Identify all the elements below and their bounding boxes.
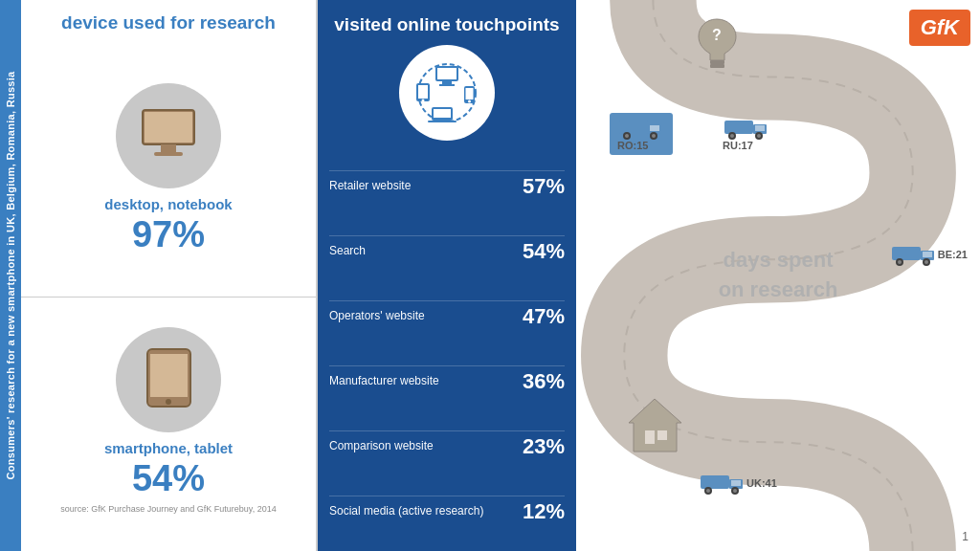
- left-panel-title: device used for research: [21, 0, 316, 43]
- svg-point-37: [757, 134, 761, 138]
- svg-point-6: [166, 399, 171, 405]
- svg-rect-16: [466, 88, 474, 99]
- truck-uk-icon: [699, 472, 746, 495]
- svg-rect-13: [418, 85, 428, 99]
- home-area: [624, 394, 686, 460]
- svg-rect-24: [619, 121, 648, 134]
- tablet-icon: [138, 344, 200, 416]
- svg-point-52: [706, 489, 710, 493]
- touchpoint-pct-operators: 47%: [507, 304, 565, 329]
- connected-devices-icon: [409, 55, 485, 131]
- svg-rect-48: [701, 475, 729, 489]
- tablet-device-section: smartphone, tablet 54% source: GfK Purch…: [21, 298, 316, 551]
- svg-rect-26: [650, 125, 659, 131]
- touchpoint-label-comparison: Comparison website: [329, 439, 507, 454]
- svg-text:?: ?: [712, 27, 722, 43]
- touchpoint-pct-manufacturer: 36%: [507, 369, 565, 394]
- touchpoint-pct-search: 54%: [507, 239, 565, 264]
- touchpoint-pct-comparison: 23%: [507, 434, 565, 459]
- svg-rect-40: [923, 252, 932, 257]
- svg-rect-1: [145, 112, 192, 143]
- touchpoint-pct-retailer: 57%: [507, 174, 565, 199]
- page-number: 1: [962, 530, 969, 543]
- lightbulb-icon: ?: [691, 14, 744, 77]
- tablet-pct: 54%: [132, 458, 205, 499]
- svg-rect-19: [434, 109, 451, 118]
- touchpoint-row-operators: Operators' website 47%: [329, 300, 565, 332]
- middle-panel-title: visited online touchpoints: [318, 0, 576, 45]
- source-text: source: GfK Purchase Journey and GfK Fut…: [53, 499, 283, 521]
- touchpoint-row-search: Search 54%: [329, 235, 565, 267]
- truck-be-icon: [890, 243, 938, 266]
- country-badge-ro: RO:15: [610, 113, 673, 155]
- right-panel: ? days spent on research RO:15: [576, 0, 980, 551]
- svg-rect-47: [657, 430, 667, 440]
- svg-point-35: [730, 134, 734, 138]
- svg-rect-31: [724, 121, 753, 134]
- desktop-circle: [116, 83, 221, 188]
- days-spent-text: days spent on research: [719, 246, 838, 305]
- truck-ru-icon: [723, 117, 770, 140]
- vertical-label: Consumers' research for a new smartphone…: [0, 0, 21, 551]
- touchpoints-list: Retailer website 57% Search 54% Operator…: [318, 150, 576, 551]
- touchpoints-circle: [399, 45, 495, 141]
- svg-rect-9: [437, 68, 457, 79]
- tablet-circle: [116, 327, 221, 432]
- svg-point-54: [733, 489, 737, 493]
- desktop-pct: 97%: [132, 214, 205, 255]
- svg-point-30: [652, 134, 656, 138]
- svg-rect-46: [645, 430, 655, 444]
- touchpoint-label-social: Social media (active research): [329, 504, 507, 519]
- svg-rect-21: [710, 60, 724, 64]
- svg-point-42: [898, 260, 902, 264]
- svg-rect-50: [731, 480, 741, 486]
- touchpoint-label-retailer: Retailer website: [329, 179, 507, 194]
- gfk-logo: GfK: [909, 10, 970, 46]
- desktop-icon: [135, 105, 202, 167]
- touchpoint-label-search: Search: [329, 244, 507, 259]
- svg-rect-22: [710, 64, 724, 68]
- left-panel: device used for research desktop, notebo…: [21, 0, 318, 551]
- lightbulb-area: ?: [691, 14, 744, 80]
- svg-rect-33: [755, 125, 765, 131]
- desktop-device-section: desktop, notebook 97%: [21, 43, 316, 298]
- touchpoints-icon-area: [318, 45, 576, 150]
- touchpoint-label-manufacturer: Manufacturer website: [329, 374, 507, 389]
- svg-marker-45: [629, 399, 681, 452]
- country-badge-be: BE:21: [882, 239, 975, 270]
- svg-rect-11: [439, 84, 455, 86]
- touchpoint-row-retailer: Retailer website 57%: [329, 170, 565, 202]
- touchpoint-row-manufacturer: Manufacturer website 36%: [329, 365, 565, 397]
- svg-rect-10: [442, 81, 452, 84]
- svg-point-28: [625, 134, 629, 138]
- touchpoint-label-operators: Operators' website: [329, 309, 507, 324]
- svg-rect-3: [154, 152, 183, 156]
- svg-rect-2: [161, 144, 176, 152]
- middle-panel: visited online touchpoints: [318, 0, 576, 551]
- svg-point-14: [422, 99, 425, 101]
- home-icon: [624, 394, 686, 456]
- svg-point-17: [468, 99, 471, 102]
- svg-rect-38: [892, 247, 921, 260]
- touchpoint-pct-social: 12%: [507, 499, 565, 524]
- desktop-name: desktop, notebook: [104, 196, 232, 212]
- country-badge-ru: RU:17: [715, 113, 778, 155]
- svg-point-44: [924, 260, 928, 264]
- svg-rect-20: [428, 121, 457, 122]
- svg-rect-5: [150, 354, 188, 397]
- country-badge-uk: UK:41: [691, 468, 785, 498]
- touchpoint-row-comparison: Comparison website 23%: [329, 430, 565, 462]
- tablet-name: smartphone, tablet: [104, 440, 233, 456]
- truck-ro-icon: [617, 117, 665, 140]
- touchpoint-row-social: Social media (active research) 12%: [329, 496, 565, 527]
